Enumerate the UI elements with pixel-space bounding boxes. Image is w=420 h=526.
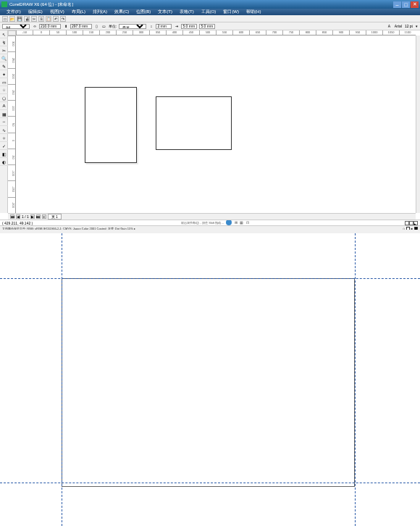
ruler-h-tick: 800: [299, 30, 316, 35]
cursor-position: ( 429.211, 49.142 ): [2, 221, 33, 225]
ruler-h-tick: 500: [199, 30, 216, 35]
menu-item-0[interactable]: 文件(F): [3, 9, 25, 15]
tool-polygon[interactable]: ⬠: [0, 94, 8, 102]
first-page-button[interactable]: ⏮: [10, 214, 14, 219]
dup-x-input[interactable]: [181, 24, 197, 29]
menu-item-4[interactable]: 排列(A): [89, 9, 111, 15]
ruler-v-tick: -50: [8, 149, 15, 164]
vertical-ruler[interactable]: 300250200150100500-50-100-150-200: [8, 36, 16, 213]
window-maximize-button[interactable]: □: [402, 1, 410, 8]
window-close-button[interactable]: ✕: [411, 1, 419, 8]
tool-effects[interactable]: ✧: [0, 134, 8, 142]
last-page-button[interactable]: ⏭: [36, 214, 41, 219]
ruler-h-tick: 1000: [366, 30, 382, 35]
print-button[interactable]: 🖨: [24, 16, 30, 22]
menu-item-7[interactable]: 文本(T): [154, 9, 176, 15]
tool-eyedropper[interactable]: ✓: [0, 142, 8, 150]
tool-outline[interactable]: ◐: [0, 158, 8, 166]
copy-button[interactable]: ⎘: [38, 16, 44, 22]
tool-crop[interactable]: ✂: [0, 46, 8, 54]
menu-item-11[interactable]: 帮助(H): [243, 9, 264, 15]
page-width-input[interactable]: [39, 24, 61, 29]
ruler-v-tick: -150: [8, 180, 15, 196]
ruler-corner[interactable]: [8, 30, 16, 36]
vertical-scrollbar[interactable]: [416, 36, 420, 213]
tool-rectangle[interactable]: ▭: [0, 78, 8, 86]
vertical-guide[interactable]: [62, 233, 62, 526]
font-size[interactable]: 12 pt: [405, 24, 413, 28]
menu-item-10[interactable]: 窗口(W): [219, 9, 243, 15]
paper-size-select[interactable]: A4: [2, 24, 30, 29]
menu-item-2[interactable]: 视图(V): [46, 9, 68, 15]
next-page-button[interactable]: ▶: [30, 214, 35, 219]
drawing-canvas[interactable]: [16, 36, 416, 213]
tool-smart[interactable]: ✦: [0, 70, 8, 78]
menu-item-1[interactable]: 编辑(E): [25, 9, 46, 15]
ruler-h-tick: 600: [232, 30, 249, 35]
property-bar: A4 ⬄ ⬍ ▯ ▭ 单位: 毫米 ↕ ⇥ A Arial 12 pt ▾: [0, 22, 420, 30]
save-button[interactable]: 💾: [17, 16, 22, 22]
ruler-h-tick: 250: [116, 30, 133, 35]
ruler-v-tick: 0: [8, 133, 15, 149]
menu-item-6[interactable]: 位图(B): [133, 9, 154, 15]
open-button[interactable]: 📂: [9, 16, 15, 22]
ruler-h-tick: -50: [16, 30, 33, 35]
page-width-icon: ⬄: [32, 24, 37, 29]
horizontal-ruler[interactable]: -500501001502002503003504004505005506006…: [16, 30, 416, 36]
paste-button[interactable]: 📋: [46, 16, 51, 22]
standard-toolbar: □ 📂 💾 🖨 ✂ ⎘ 📋 ↶ ↷: [0, 15, 420, 22]
rectangle-object-1[interactable]: [85, 87, 137, 163]
page-tab-1[interactable]: 页 1: [48, 214, 62, 220]
ruler-v-tick: 300: [8, 36, 15, 51]
dup-y-input[interactable]: [199, 24, 215, 29]
page-height-icon: ⬍: [63, 24, 68, 29]
cut-button[interactable]: ✂: [31, 16, 37, 22]
tool-connector[interactable]: ∿: [0, 126, 8, 134]
add-page-button[interactable]: +: [42, 214, 46, 219]
tool-table[interactable]: ▦: [0, 110, 8, 118]
dup-x-icon: ⇥: [174, 24, 179, 29]
tool-shape[interactable]: ↯: [0, 38, 8, 46]
ruler-h-tick: 350: [149, 30, 166, 35]
guides-preview-panel: [0, 233, 420, 526]
menu-item-3[interactable]: 布局(L): [68, 9, 89, 15]
app-icon: [1, 1, 7, 7]
window-minimize-button[interactable]: –: [393, 1, 401, 8]
palette-expand-icon[interactable]: ▸: [413, 221, 418, 225]
font-icon: A: [387, 24, 392, 29]
tool-dimension[interactable]: ↔: [0, 118, 8, 126]
horizontal-guide[interactable]: [0, 483, 420, 483]
nudge-input[interactable]: [156, 24, 172, 29]
toolbox: ↖↯✂🔍✎✦▭○⬠A▦↔∿✧✓◧◐: [0, 30, 8, 213]
portrait-icon[interactable]: ▯: [94, 24, 99, 29]
new-button[interactable]: □: [2, 16, 8, 22]
tool-zoom[interactable]: 🔍: [0, 54, 8, 62]
menu-item-8[interactable]: 表格(T): [176, 9, 198, 15]
horizontal-guide[interactable]: [0, 278, 420, 279]
expand-icon[interactable]: ▾: [416, 24, 418, 28]
rectangle-object-2[interactable]: [156, 96, 232, 150]
units-label: 单位:: [109, 24, 117, 28]
page-navigator: ⏮ ◀ 1 / 1 ▶ ⏭ + 页 1: [8, 213, 416, 220]
tool-freehand[interactable]: ✎: [0, 62, 8, 70]
units-select[interactable]: 毫米: [119, 24, 146, 29]
ruler-h-tick: 200: [99, 30, 116, 35]
vertical-guide[interactable]: [355, 233, 356, 526]
page-counter: 1 / 1: [22, 214, 29, 219]
page-height-input[interactable]: [70, 24, 92, 29]
ruler-h-tick: 950: [349, 30, 366, 35]
page-boundary: [62, 278, 355, 487]
tool-ellipse[interactable]: ○: [0, 86, 8, 94]
undo-button[interactable]: ↶: [53, 16, 59, 22]
prev-page-button[interactable]: ◀: [16, 214, 20, 219]
tool-pick[interactable]: ↖: [0, 30, 8, 38]
menu-item-9[interactable]: 工具(O): [198, 9, 220, 15]
palette-swatch-none[interactable]: [409, 221, 413, 225]
redo-button[interactable]: ↷: [60, 16, 66, 22]
menu-item-5[interactable]: 效果(C): [111, 9, 133, 15]
font-name[interactable]: Arial: [395, 24, 402, 28]
landscape-icon[interactable]: ▭: [101, 24, 106, 29]
ruler-v-tick: 150: [8, 84, 15, 100]
tool-text[interactable]: A: [0, 102, 8, 110]
tool-fill[interactable]: ◧: [0, 150, 8, 158]
